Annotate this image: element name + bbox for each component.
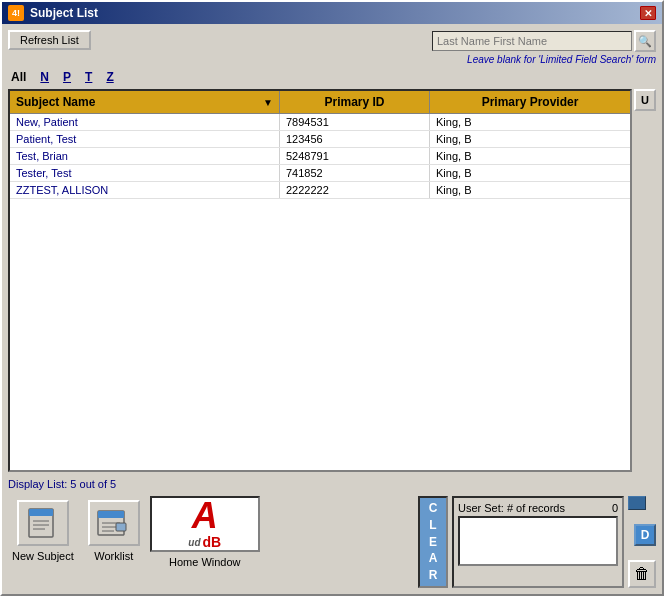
user-set-list xyxy=(458,516,618,566)
table-row[interactable]: Patient, Test 123456 King, B xyxy=(10,131,630,148)
subject-table: Subject Name ▼ Primary ID Primary Provid… xyxy=(8,89,632,472)
svg-rect-6 xyxy=(98,511,124,518)
refresh-button[interactable]: Refresh List xyxy=(8,30,91,50)
user-set-label: User Set: # of records xyxy=(458,502,565,514)
cell-provider: King, B xyxy=(430,114,630,130)
main-window: 4! Subject List ✕ Refresh List 🔍 Leave b… xyxy=(0,0,664,596)
alpha-z[interactable]: Z xyxy=(103,69,116,85)
svg-rect-10 xyxy=(116,523,126,531)
svg-rect-1 xyxy=(29,509,53,516)
cell-provider: King, B xyxy=(430,131,630,147)
col-provider-header[interactable]: Primary Provider xyxy=(430,91,630,113)
title-bar: 4! Subject List ✕ xyxy=(2,2,662,24)
cell-subject: Tester, Test xyxy=(10,165,280,181)
app-icon: 4! xyxy=(8,5,24,21)
trash-button[interactable]: 🗑 xyxy=(628,560,656,588)
side-buttons: D 🗑 xyxy=(628,496,656,588)
clear-c[interactable]: C xyxy=(422,500,444,517)
cell-subject: ZZTEST, ALLISON xyxy=(10,182,280,198)
cell-subject: Test, Brian xyxy=(10,148,280,164)
cell-id: 741852 xyxy=(280,165,430,181)
cell-id: 5248791 xyxy=(280,148,430,164)
table-header: Subject Name ▼ Primary ID Primary Provid… xyxy=(10,91,630,114)
logo-a: A xyxy=(192,498,218,534)
logo-sub: ud dB xyxy=(188,534,221,550)
top-bar: Refresh List 🔍 Leave blank for 'Limited … xyxy=(8,30,656,65)
cell-id: 123456 xyxy=(280,131,430,147)
table-row[interactable]: ZZTEST, ALLISON 2222222 King, B xyxy=(10,182,630,199)
clear-l[interactable]: L xyxy=(422,517,444,534)
cell-provider: King, B xyxy=(430,165,630,181)
user-set-panel: User Set: # of records 0 xyxy=(452,496,624,588)
cell-subject: Patient, Test xyxy=(10,131,280,147)
cell-provider: King, B xyxy=(430,182,630,198)
new-subject-button[interactable]: New Subject xyxy=(8,496,78,566)
scroll-up-button[interactable]: U xyxy=(634,89,656,111)
window-content: Refresh List 🔍 Leave blank for 'Limited … xyxy=(2,24,662,594)
search-button[interactable]: 🔍 xyxy=(634,30,656,52)
table-row[interactable]: New, Patient 7894531 King, B xyxy=(10,114,630,131)
worklist-button[interactable]: Worklist xyxy=(84,496,144,566)
new-subject-label: New Subject xyxy=(12,550,74,562)
close-button[interactable]: ✕ xyxy=(640,6,656,20)
alpha-all[interactable]: All xyxy=(8,69,29,85)
sort-arrow: ▼ xyxy=(263,97,273,108)
table-row[interactable]: Test, Brian 5248791 King, B xyxy=(10,148,630,165)
clear-panel[interactable]: C L E A R xyxy=(418,496,448,588)
alpha-filter: All N P T Z xyxy=(8,69,656,85)
home-window-logo: A ud dB xyxy=(150,496,260,552)
table-row[interactable]: Tester, Test 741852 King, B xyxy=(10,165,630,182)
search-input[interactable] xyxy=(432,31,632,51)
status-bar: Display List: 5 out of 5 xyxy=(8,476,656,492)
clear-e[interactable]: E xyxy=(422,534,444,551)
d-button[interactable]: D xyxy=(634,524,656,546)
cell-id: 7894531 xyxy=(280,114,430,130)
user-set-header: User Set: # of records 0 xyxy=(458,502,618,514)
search-hint: Leave blank for 'Limited Field Search' f… xyxy=(467,54,656,65)
cell-subject: New, Patient xyxy=(10,114,280,130)
search-area: 🔍 Leave blank for 'Limited Field Search'… xyxy=(432,30,656,65)
worklist-icon xyxy=(88,500,140,546)
cell-provider: King, B xyxy=(430,148,630,164)
col-subject-header[interactable]: Subject Name ▼ xyxy=(10,91,280,113)
alpha-n[interactable]: N xyxy=(37,69,52,85)
title-bar-left: 4! Subject List xyxy=(8,5,98,21)
search-row: 🔍 xyxy=(432,30,656,52)
right-panel: C L E A R User Set: # of records 0 xyxy=(418,496,656,588)
clear-a[interactable]: A xyxy=(422,550,444,567)
blue-bar-1[interactable] xyxy=(628,496,646,510)
alpha-p[interactable]: P xyxy=(60,69,74,85)
table-area: Subject Name ▼ Primary ID Primary Provid… xyxy=(8,89,656,472)
home-window-label: Home Window xyxy=(169,556,241,568)
cell-id: 2222222 xyxy=(280,182,430,198)
user-set-area: C L E A R User Set: # of records 0 xyxy=(418,496,656,588)
col-id-header[interactable]: Primary ID xyxy=(280,91,430,113)
window-title: Subject List xyxy=(30,6,98,20)
user-set-count: 0 xyxy=(612,502,618,514)
new-subject-icon xyxy=(17,500,69,546)
clear-r[interactable]: R xyxy=(422,567,444,584)
home-window-button[interactable]: A ud dB Home Window xyxy=(150,496,260,568)
scroll-buttons: U xyxy=(634,89,656,472)
table-body: New, Patient 7894531 King, B Patient, Te… xyxy=(10,114,630,470)
alpha-t[interactable]: T xyxy=(82,69,95,85)
worklist-label: Worklist xyxy=(94,550,133,562)
